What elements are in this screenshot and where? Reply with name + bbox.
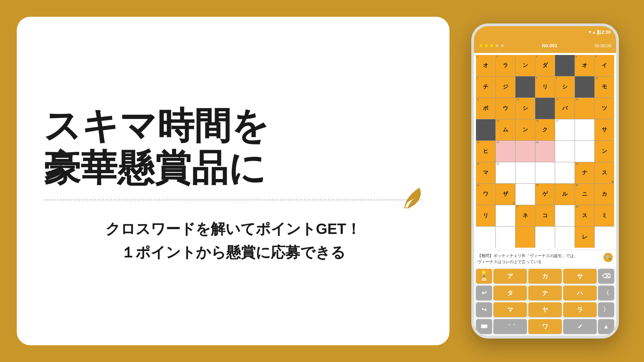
cell-4-3[interactable]: ン [516,119,535,140]
puzzle-number: No.001 [542,43,557,48]
key-na[interactable]: ナ [528,286,562,300]
cell-1-6[interactable]: 4オ [575,55,594,76]
cell-9-2[interactable] [496,227,515,248]
cell-5-2[interactable]: 19 [496,141,515,162]
forward-key[interactable]: 〈 [598,286,614,300]
cell-6-6[interactable]: 23ナ [575,162,594,183]
cell-1-3[interactable]: ン [516,55,535,76]
keyboard-row-2: ↩ タ ナ ハ 〈 [474,284,616,301]
crossword-grid: 1オ 2ラ ン 3ダ 4オ 5イ 7チ ジ 8リ 9シ 10モ 11ボ [476,55,614,248]
cell-3-6[interactable]: 14 [575,98,594,119]
keyboard-switch-key[interactable]: ⌨ [476,319,492,334]
cell-5-6[interactable] [575,141,594,162]
cell-5-3[interactable] [516,141,535,162]
clue-area: 【難問】ボッティチェリ作「ヴィーナスの誕生」では、 ヴィーナスはコレの上で立って… [474,250,616,267]
status-time: 12:30 [599,29,611,35]
hint-key[interactable]: 💡 45 [476,269,492,284]
cell-8-3[interactable]: 27ネ [516,205,535,226]
phone-mockup: ▼▲▐ 12:30 No.001 00:00:00 1オ [471,23,619,339]
cell-9-4[interactable] [535,227,555,248]
cell-9-1[interactable] [476,227,495,248]
star-5 [500,43,505,48]
cell-6-4[interactable] [535,162,555,183]
cell-5-4[interactable]: 20 [535,141,555,162]
cell-2-1[interactable]: 7チ [476,76,495,98]
cell-3-2[interactable]: ウ [496,98,515,119]
cell-8-2[interactable] [496,205,515,226]
cell-7-6[interactable]: 26ニ [575,184,594,205]
key-ra[interactable]: ラ [563,302,597,317]
cell-6-3[interactable] [516,162,535,183]
next-key[interactable]: 〉 [598,302,614,317]
key-ya[interactable]: ヤ [528,302,562,317]
cell-1-5 [555,55,575,76]
main-container: スキマ時間を 豪華懸賞品に クロスワードを解いてポイントGET！ １ポイントから… [17,17,627,345]
cell-7-2[interactable]: ザD [496,184,515,205]
cell-8-1[interactable]: リ [476,205,495,226]
cell-3-5[interactable]: 13バ [555,98,575,119]
redo-key[interactable]: ↪ [476,302,492,317]
cell-8-4[interactable]: コ [535,205,555,226]
cell-3-7[interactable]: ツ [595,98,614,119]
subtitle-text: クロスワードを解いてポイントGET！ １ポイントから懸賞に応募できる [44,217,423,264]
cell-2-4[interactable]: 8リ [535,76,555,98]
up-key[interactable]: ▲ [598,319,614,334]
cell-7-5[interactable]: ル [555,184,575,205]
key-dakuten[interactable]: ゛゜ [493,319,527,334]
cell-8-5[interactable] [555,205,575,226]
cell-1-7[interactable]: 5イ [595,55,614,76]
cell-9-7[interactable] [595,227,614,248]
cell-6-5[interactable] [555,162,575,183]
cell-9-6[interactable]: レ [575,227,594,248]
star-3 [489,43,494,48]
cell-3-3[interactable]: 12シ [516,98,535,119]
cell-4-6[interactable] [575,119,594,140]
cell-3-1[interactable]: 11ボ [476,98,495,119]
cell-6-2[interactable]: 22 [496,162,515,183]
key-sa[interactable]: サ [563,269,597,284]
keyboard-row-1: 💡 45 ア カ サ ⌫ [474,267,616,284]
cell-2-7[interactable]: 10モ [595,76,614,98]
cell-6-7[interactable]: スB [595,162,614,183]
back-key[interactable]: ↩ [476,286,492,300]
cell-8-7[interactable]: ミ [595,205,614,226]
cell-4-7[interactable]: サ [595,119,614,140]
star-4 [495,43,499,48]
feather-icon [402,186,423,214]
star-rating [479,43,505,48]
cell-2-2[interactable]: ジ [496,76,515,98]
status-icons: ▼▲▐ [588,30,599,35]
cell-9-5[interactable] [555,227,575,248]
backspace-key[interactable]: ⌫ [598,269,614,284]
keyboard-row-4: ⌨ ゛゜ ワ ✓ ▲ [474,318,616,336]
cell-4-2[interactable]: 15ム [496,119,515,140]
cell-5-5[interactable] [555,141,575,162]
cell-4-5[interactable]: 17 [555,119,575,140]
cell-2-5[interactable]: 9シ [555,76,575,98]
crossword-area[interactable]: 1オ 2ラ ン 3ダ 4オ 5イ 7チ ジ 8リ 9シ 10モ 11ボ [474,53,616,250]
key-a[interactable]: ア [493,269,527,284]
phone-wrapper: ▼▲▐ 12:30 No.001 00:00:00 1オ [463,17,627,345]
cell-5-1[interactable]: 18ヒ [476,141,495,162]
cell-7-3[interactable] [516,184,535,205]
cell-6-1[interactable]: 21マ [476,162,495,183]
cell-1-1[interactable]: 1オ [476,55,495,76]
cell-1-2[interactable]: 2ラ [496,55,515,76]
clue-label: 【難問】ボッティチェリ作「ヴィーナスの誕生」では、 [477,253,578,259]
cell-7-7[interactable]: カ [595,184,614,205]
divider-area [44,199,423,200]
key-wa[interactable]: ワ [528,319,562,334]
key-ma[interactable]: マ [493,302,527,317]
cell-8-6[interactable]: 28ス [575,205,594,226]
key-ka[interactable]: カ [528,269,562,284]
key-ta[interactable]: タ [493,286,527,300]
cell-7-1[interactable]: 24ワ [476,184,495,205]
cell-9-3[interactable] [516,227,535,248]
confirm-key[interactable]: ✓ [563,319,597,334]
cell-5-7[interactable]: ン [595,141,614,162]
cell-4-4[interactable]: 16ク [535,119,555,140]
cell-1-4[interactable]: 3ダ [535,55,555,76]
cell-7-4[interactable]: 25ゲ [535,184,555,205]
key-ha[interactable]: ハ [563,286,597,300]
cell-4-1 [476,119,495,140]
